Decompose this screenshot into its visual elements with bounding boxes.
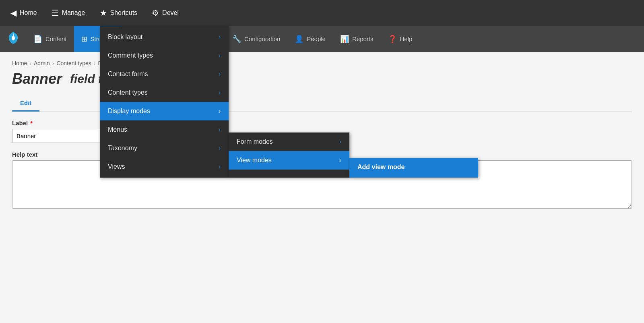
toolbar-shortcuts-label: Shortcuts <box>110 9 138 17</box>
submenu-view-modes[interactable]: View modes › <box>229 151 349 170</box>
dropdown-content-types[interactable]: Content types › <box>100 83 229 102</box>
chevron-right-icon: › <box>219 89 221 96</box>
structure-icon: ⊞ <box>81 35 87 43</box>
chevron-right-icon: › <box>219 52 221 59</box>
dropdown-taxonomy[interactable]: Taxonomy › <box>100 139 229 157</box>
breadcrumb-sep: › <box>52 60 54 66</box>
dropdown-contact-forms[interactable]: Contact forms › <box>100 65 229 83</box>
toolbar-shortcuts[interactable]: ★ Shortcuts <box>94 5 143 21</box>
view-modes-submenu: Add view mode <box>349 158 478 178</box>
toolbar-home-label: Home <box>20 9 37 17</box>
dropdown-comment-types[interactable]: Comment types › <box>100 46 229 65</box>
chevron-right-icon: › <box>219 108 221 115</box>
breadcrumb-sep: › <box>94 60 96 66</box>
toolbar-manage[interactable]: ☰ Manage <box>46 5 91 21</box>
home-icon: ◀ <box>10 8 17 18</box>
chevron-right-icon: › <box>219 70 221 78</box>
structure-dropdown: Block layout › Comment types › Contact f… <box>100 26 229 178</box>
chevron-right-icon: › <box>219 126 221 133</box>
nav-content[interactable]: 📄 Content <box>26 26 74 52</box>
page-title: Banner <box>12 70 62 87</box>
toolbar-devel[interactable]: ⚙ Devel <box>146 5 184 21</box>
submenu-form-modes[interactable]: Form modes › <box>229 133 349 151</box>
chevron-right-icon: › <box>219 145 221 152</box>
toolbar-manage-label: Manage <box>62 9 85 17</box>
breadcrumb-content-types[interactable]: Content types <box>56 60 91 66</box>
breadcrumb-sep: › <box>29 60 31 66</box>
toolbar-devel-label: Devel <box>162 9 179 17</box>
chevron-right-icon: › <box>219 33 221 41</box>
dropdown-display-modes[interactable]: Display modes › <box>100 102 229 120</box>
content-icon: 📄 <box>33 35 42 43</box>
tab-edit[interactable]: Edit <box>12 95 39 112</box>
dropdown-container: Block layout › Comment types › Contact f… <box>100 26 478 178</box>
breadcrumb-home[interactable]: Home <box>12 60 27 66</box>
shortcuts-icon: ★ <box>100 8 107 18</box>
drupal-logo[interactable] <box>0 26 26 52</box>
third-add-view-mode[interactable]: Add view mode <box>349 158 478 176</box>
dropdown-views[interactable]: Views › <box>100 157 229 176</box>
toolbar-home[interactable]: ◀ Home <box>5 5 43 21</box>
chevron-right-icon: › <box>339 157 341 164</box>
devel-icon: ⚙ <box>152 8 159 18</box>
chevron-right-icon: › <box>219 163 221 170</box>
nav-content-label: Content <box>45 35 67 42</box>
manage-icon: ☰ <box>52 8 59 18</box>
chevron-right-icon: › <box>339 138 341 145</box>
required-indicator: * <box>30 120 33 126</box>
admin-toolbar: ◀ Home ☰ Manage ★ Shortcuts ⚙ Devel <box>0 0 644 26</box>
display-modes-submenu: Form modes › View modes › <box>229 133 349 178</box>
dropdown-menus[interactable]: Menus › <box>100 120 229 139</box>
breadcrumb-admin[interactable]: Admin <box>34 60 50 66</box>
dropdown-block-layout[interactable]: Block layout › <box>100 28 229 46</box>
